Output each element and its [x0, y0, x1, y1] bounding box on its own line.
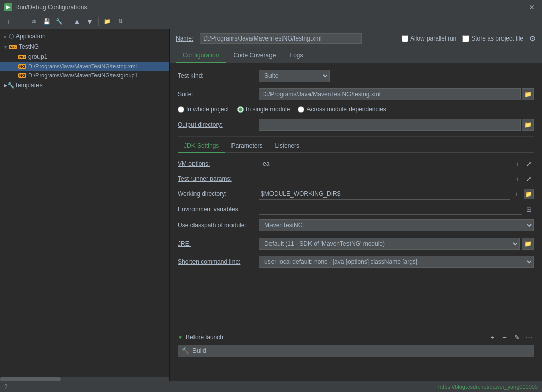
suite-value: D:/Programs/Java/MavenTestNG/testng.xml: [259, 88, 521, 100]
sidebar-item-group1[interactable]: NG group1: [0, 52, 169, 62]
before-launch-actions: + − ✎ ⋯: [487, 332, 534, 342]
add-button[interactable]: +: [3, 16, 14, 27]
vm-options-add-button[interactable]: +: [513, 159, 523, 169]
test-kind-row: Test kind: Suite: [178, 69, 534, 83]
suite-label: Suite:: [178, 91, 259, 98]
copy-button[interactable]: ⧉: [28, 16, 40, 27]
expand-arrow-testng: ▾: [4, 44, 7, 50]
sidebar-item-templates[interactable]: ▸ 🔧 Templates: [0, 80, 169, 90]
testng-label: TestNG: [19, 43, 39, 50]
tab-configuration[interactable]: Configuration: [176, 48, 226, 63]
testng-badge-group1: NG: [18, 55, 26, 59]
help-button[interactable]: ?: [4, 383, 8, 390]
parallel-run-option: Allow parallel run: [402, 35, 456, 42]
radio-single-module[interactable]: In single module: [237, 106, 290, 113]
radio-single-module-label: In single module: [246, 106, 290, 113]
name-input[interactable]: [200, 33, 362, 44]
remove-button[interactable]: −: [16, 16, 27, 27]
test-runner-params-row: Test runner params: + ⤢: [178, 173, 534, 184]
sidebar-item-application[interactable]: ▸ ⬡ Application: [0, 31, 169, 42]
jre-folder-button[interactable]: 📁: [522, 238, 534, 250]
tab-code-coverage[interactable]: Code Coverage: [226, 48, 283, 63]
bottom-url: https://blog.csdn.net/dawei_yang000000: [438, 384, 538, 390]
save-button[interactable]: 💾: [41, 16, 52, 27]
classpath-module-select-row: MavenTestNG: [259, 219, 534, 231]
test-kind-label: Test kind:: [178, 72, 259, 80]
sidebar-item-testng[interactable]: ▾ NG TestNG: [0, 42, 169, 52]
test-runner-add-button[interactable]: +: [513, 174, 523, 184]
move-down-button[interactable]: ▼: [84, 16, 95, 27]
left-panel: ▸ ⬡ Application ▾ NG TestNG NG group1 N: [0, 29, 170, 381]
parallel-run-checkbox[interactable]: [402, 35, 408, 42]
application-label: Application: [16, 33, 46, 40]
inner-tab-listeners[interactable]: Listeners: [268, 140, 305, 153]
before-launch-remove-button[interactable]: −: [499, 332, 510, 342]
shorten-cmd-select[interactable]: user-local default: none - java [options…: [259, 256, 534, 268]
application-icon: ⬡: [9, 33, 14, 40]
separator-1: [68, 17, 68, 26]
separator-2: [98, 17, 99, 26]
testng-badge: NG: [9, 45, 17, 49]
before-launch-edit-button[interactable]: ✎: [512, 332, 522, 342]
classpath-module-select[interactable]: MavenTestNG: [259, 219, 534, 231]
env-variables-edit-button[interactable]: ⊞: [524, 204, 534, 214]
store-project-checkbox[interactable]: [462, 35, 469, 42]
sort-button[interactable]: ⇅: [114, 16, 126, 27]
working-directory-folder-button[interactable]: 📁: [524, 189, 534, 199]
main-content: ▸ ⬡ Application ▾ NG TestNG NG group1 N: [0, 29, 542, 381]
name-label: Name:: [176, 35, 193, 42]
output-directory-folder-button[interactable]: 📁: [522, 119, 534, 131]
env-variables-input[interactable]: [259, 204, 522, 215]
sidebar-item-testgroup1[interactable]: NG D:/Programs/Java/MavenTestNG/testgrou…: [0, 71, 169, 80]
group1-label: group1: [28, 53, 47, 60]
titlebar-title: Run/Debug Configurations: [15, 4, 87, 11]
gear-icon[interactable]: ⚙: [529, 34, 536, 43]
inner-tab-jdk-settings[interactable]: JDK Settings: [178, 140, 225, 153]
testng-badge-testgroup1: NG: [18, 73, 26, 78]
env-variables-row: Environment variables: ⊞: [178, 204, 534, 215]
radio-whole-project[interactable]: In whole project: [178, 106, 229, 113]
vm-options-expand-button[interactable]: ⤢: [524, 159, 534, 169]
classpath-module-row: Use classpath of module: MavenTestNG: [178, 219, 534, 232]
working-directory-input[interactable]: [259, 188, 510, 200]
test-runner-expand-button[interactable]: ⤢: [524, 174, 534, 184]
env-variables-actions: ⊞: [524, 204, 534, 214]
jre-select-row: Default (11 - SDK of 'MavenTestNG' modul…: [259, 238, 534, 250]
suite-folder-button[interactable]: 📁: [522, 88, 534, 100]
vm-options-input[interactable]: [259, 158, 511, 169]
config-options: Allow parallel run Store as project file…: [402, 34, 536, 43]
sidebar-item-testng-xml[interactable]: NG D:/Programs/Java/MavenTestNG/testng.x…: [0, 62, 169, 71]
test-kind-select[interactable]: Suite: [259, 70, 330, 82]
shorten-cmd-label: Shorten command line:: [178, 258, 259, 265]
inner-tab-parameters[interactable]: Parameters: [225, 140, 268, 153]
build-label: Build: [192, 347, 206, 355]
suite-row: Suite: D:/Programs/Java/MavenTestNG/test…: [178, 88, 534, 101]
folder-button[interactable]: 📁: [102, 16, 113, 27]
radio-across-module[interactable]: Across module dependencies: [298, 106, 386, 113]
expand-arrow-application: ▸: [4, 34, 7, 40]
vm-options-actions: + ⤢: [513, 159, 534, 169]
before-launch-add-button[interactable]: +: [487, 332, 497, 342]
test-runner-params-input[interactable]: [259, 173, 511, 184]
close-button[interactable]: ✕: [526, 2, 538, 12]
templates-label: Templates: [15, 82, 43, 89]
main-toolbar: + − ⧉ 💾 🔧 ▲ ▼ 📁 ⇅: [0, 14, 542, 29]
before-launch-title: Before launch: [186, 334, 223, 341]
build-icon: 🔨: [182, 347, 189, 355]
config-content: Test kind: Suite Suite: D:/Programs/Java…: [170, 63, 542, 328]
parallel-run-label: Allow parallel run: [410, 35, 456, 42]
before-launch-header: ▼ Before launch + − ✎ ⋯: [178, 332, 534, 342]
jre-row: JRE: Default (11 - SDK of 'MavenTestNG' …: [178, 237, 534, 250]
horizontal-scrollbar[interactable]: [0, 377, 169, 381]
output-directory-value[interactable]: [259, 119, 521, 131]
test-kind-select-row: Suite: [259, 70, 330, 82]
before-launch-arrow[interactable]: ▼: [178, 335, 183, 340]
working-directory-add-button[interactable]: +: [512, 189, 522, 199]
tab-logs[interactable]: Logs: [283, 48, 310, 63]
before-launch-more-button[interactable]: ⋯: [524, 332, 534, 342]
settings-button[interactable]: 🔧: [54, 16, 65, 27]
jre-select[interactable]: Default (11 - SDK of 'MavenTestNG' modul…: [259, 238, 520, 250]
move-up-button[interactable]: ▲: [71, 16, 83, 27]
radio-row: In whole project In single module Across…: [178, 106, 534, 113]
radio-across-module-label: Across module dependencies: [306, 106, 386, 113]
